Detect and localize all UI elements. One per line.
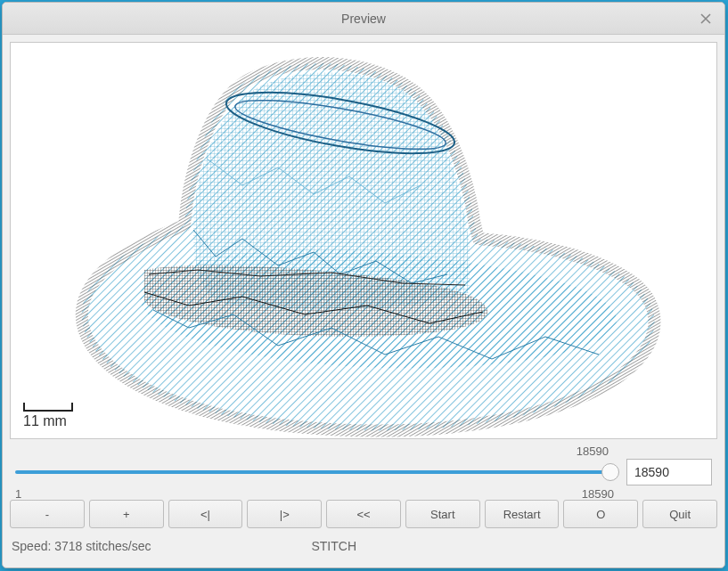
progress-slider[interactable] [15, 463, 618, 481]
status-bar: Speed: 3718 stitches/sec STITCH [10, 535, 717, 555]
content-area: 11 mm 18590 1 18590 - + <| |> << Sta [3, 35, 724, 567]
preview-window: Preview [2, 2, 725, 568]
step-back-button[interactable]: <| [168, 500, 243, 528]
scale-indicator: 11 mm [23, 403, 73, 429]
titlebar[interactable]: Preview [3, 3, 724, 35]
rewind-button[interactable]: << [326, 500, 401, 528]
slider-min-label: 1 [15, 487, 21, 501]
loop-button[interactable]: O [563, 500, 638, 528]
status-speed: Speed: 3718 stitches/sec [12, 539, 151, 553]
step-forward-button[interactable]: |> [247, 500, 322, 528]
slider-value-top: 18590 [577, 445, 609, 458]
stitch-count-input[interactable] [626, 459, 712, 485]
scale-label: 11 mm [23, 413, 73, 429]
progress-slider-area: 18590 1 18590 [10, 445, 717, 494]
faster-button[interactable]: + [89, 500, 164, 528]
slower-button[interactable]: - [10, 500, 85, 528]
quit-button[interactable]: Quit [642, 500, 717, 528]
restart-button[interactable]: Restart [485, 500, 560, 528]
preview-canvas[interactable]: 11 mm [10, 42, 717, 439]
status-mode: STITCH [311, 539, 356, 553]
slider-max-label: 18590 [582, 487, 614, 501]
scale-bar [23, 403, 73, 412]
start-button[interactable]: Start [405, 500, 480, 528]
window-title: Preview [341, 12, 386, 26]
close-icon[interactable] [696, 9, 716, 29]
slider-track [15, 470, 618, 474]
slider-thumb[interactable] [601, 463, 619, 481]
control-buttons: - + <| |> << Start Restart O Quit [10, 500, 717, 530]
